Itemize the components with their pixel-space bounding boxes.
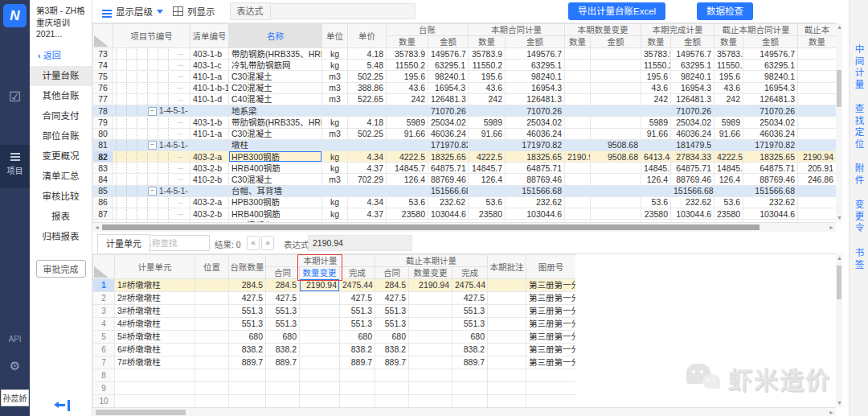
cell-todate-contract-amt[interactable]: 171970.82 — [743, 139, 798, 150]
cell-period-contract-qty[interactable] — [469, 139, 506, 150]
cell-period-change-amt[interactable] — [591, 163, 641, 174]
cell-period-change-qty[interactable] — [565, 71, 591, 82]
collapse-icon[interactable]: − — [148, 107, 157, 116]
cell-ledger-amt[interactable]: 16954.3 — [428, 82, 469, 93]
cell-book-no[interactable]: 第三册第一分册 — [526, 356, 575, 369]
cell-list-no[interactable]: 403-1-b — [190, 117, 229, 128]
cell-todate-done[interactable] — [452, 369, 488, 382]
cell-unit[interactable]: kg — [322, 117, 348, 128]
cell-position[interactable] — [195, 305, 229, 318]
cell-period-contract[interactable]: 551.3 — [266, 318, 300, 331]
cell-todate-qty-change[interactable] — [409, 305, 452, 318]
cell-unit-name[interactable] — [115, 369, 195, 382]
scroll-down-icon[interactable]: ▼ — [837, 214, 842, 222]
cell-todate-contract-amt[interactable]: 16954.3 — [743, 82, 798, 93]
cell-name[interactable]: 台帽、耳背墙 — [229, 185, 322, 196]
prev-result-button[interactable]: « — [247, 236, 260, 250]
cell-todate-contract[interactable]: 551.3 — [375, 305, 409, 318]
cell-todate-qty-change[interactable] — [409, 292, 452, 305]
cell-price[interactable] — [348, 185, 387, 196]
cell-ledger-qty[interactable]: 195.6 — [387, 71, 428, 82]
expression-input[interactable] — [271, 3, 416, 19]
sub-amt[interactable]: 金额 — [428, 36, 469, 48]
cell-ledger-qty[interactable]: 35783.9 — [387, 48, 428, 60]
cell-period-change-amt[interactable] — [591, 93, 641, 105]
cell-todate-qty-change[interactable] — [409, 318, 452, 331]
header-unit-name[interactable]: 计量单元 — [115, 255, 195, 279]
bottom-hscroll-thumb[interactable] — [96, 410, 186, 415]
cell-todate-contract-qty[interactable]: 5989 — [714, 117, 743, 128]
header-position[interactable]: 位置 — [195, 255, 229, 279]
tree-cell[interactable] — [113, 82, 190, 93]
cell-period-contract-qty[interactable]: 11550.2 — [469, 60, 506, 71]
cell-todate-qty-change[interactable] — [409, 369, 452, 382]
cell-note[interactable] — [488, 331, 526, 344]
tree-cell[interactable] — [113, 174, 190, 185]
cell-ledger-qty[interactable] — [229, 369, 266, 382]
sub-amt[interactable]: 金额 — [743, 36, 798, 48]
row-number[interactable]: 77 — [93, 93, 113, 105]
header-name[interactable]: 名称 — [229, 24, 322, 48]
cell-list-no[interactable]: 403-2-b — [190, 163, 229, 174]
cell-period-change-qty[interactable] — [565, 185, 591, 196]
cell-period-change-amt[interactable] — [591, 208, 641, 220]
row-number[interactable]: 82 — [93, 150, 113, 162]
data-check-button[interactable]: 数据检查 — [697, 2, 753, 20]
cell-period-done-qty[interactable] — [641, 139, 671, 150]
group-todate-clipped[interactable]: 截止本 — [798, 24, 837, 36]
cell-note[interactable] — [488, 279, 526, 292]
cell-period-qty-change[interactable] — [300, 344, 340, 356]
cell-ledger-qty[interactable] — [387, 105, 428, 117]
cell-ledger-qty[interactable]: 242 — [387, 93, 428, 105]
select-all-corner[interactable] — [93, 24, 113, 48]
cell-period-change-amt[interactable]: 9508.68 — [591, 150, 641, 162]
main-hscroll-thumb[interactable] — [102, 224, 760, 230]
tree-cell[interactable] — [113, 196, 190, 208]
cell-period-done-amt[interactable]: 64875.71 — [671, 163, 714, 174]
cell-unit[interactable] — [322, 139, 348, 150]
tree-cell[interactable] — [113, 117, 190, 128]
cell-name[interactable]: C40混凝土 — [229, 93, 322, 105]
cell-todate-contract-qty[interactable] — [714, 105, 743, 117]
tree-cell[interactable] — [113, 93, 190, 105]
cell-todate-contract[interactable]: 551.3 — [375, 318, 409, 331]
cell-period-contract-amt[interactable]: 46036.24 — [506, 128, 565, 139]
cell-period-change-qty[interactable] — [565, 60, 591, 71]
cell-period-contract-amt[interactable]: 88769.46 — [506, 174, 565, 185]
cell-unit[interactable]: kg — [322, 48, 348, 60]
row-number[interactable]: 8 — [93, 369, 115, 382]
cell-period-qty-change[interactable] — [300, 356, 340, 369]
cell-todate-qty-change[interactable]: 2190.94 — [409, 279, 452, 292]
cell-period-contract-amt[interactable]: 149576.7 — [506, 48, 565, 60]
cell-ledger-amt[interactable]: 88769.46 — [428, 174, 469, 185]
sub-amt[interactable]: 金额 — [506, 36, 565, 48]
cell-ledger-qty[interactable]: 551.3 — [229, 305, 266, 318]
row-number[interactable]: 9 — [93, 382, 115, 395]
cell-period-contract-qty[interactable]: 91.66 — [469, 128, 506, 139]
row-number[interactable]: 84 — [93, 174, 113, 185]
cell-period-change-amt[interactable] — [591, 82, 641, 93]
cell-todate-qty-change[interactable] — [409, 395, 452, 408]
cell-period-done-amt[interactable]: 103044.6 — [671, 208, 714, 220]
sub-contract[interactable]: 合同 — [266, 267, 300, 279]
cell-ledger-qty[interactable]: 91.66 — [387, 128, 428, 139]
cell-todate-contract-qty[interactable] — [714, 139, 743, 150]
cell-period-change-amt[interactable]: 9508.68 — [591, 139, 641, 150]
cell-todate-contract[interactable]: 427.5 — [375, 292, 409, 305]
cell-period-change-qty[interactable] — [565, 93, 591, 105]
right-tab[interactable]: 书签 — [853, 248, 866, 271]
cell-period-done-qty[interactable]: 195.6 — [641, 71, 671, 82]
cell-book-no[interactable]: 第三册第一分册 — [526, 305, 575, 318]
scroll-right-icon[interactable]: ► — [829, 409, 834, 416]
cell-todate-contract-qty[interactable] — [714, 185, 743, 196]
row-number[interactable]: 10 — [93, 395, 115, 408]
cell-period-contract-qty[interactable]: 242 — [469, 93, 506, 105]
cell-period-contract-qty[interactable]: 126.4 — [469, 174, 506, 185]
cell-period-done-qty[interactable]: 6413.44 — [641, 150, 671, 162]
sub-done[interactable]: 完成 — [452, 267, 488, 279]
cell-todate-done[interactable]: 680 — [452, 331, 488, 344]
cell-period-contract-amt[interactable]: 18325.65 — [506, 150, 565, 162]
cell-book-no[interactable]: 第三册第一分册 — [526, 344, 575, 356]
cell-price[interactable]: 522.65 — [348, 93, 387, 105]
cell-todate-change-qty[interactable]: 246.86 — [798, 174, 837, 185]
